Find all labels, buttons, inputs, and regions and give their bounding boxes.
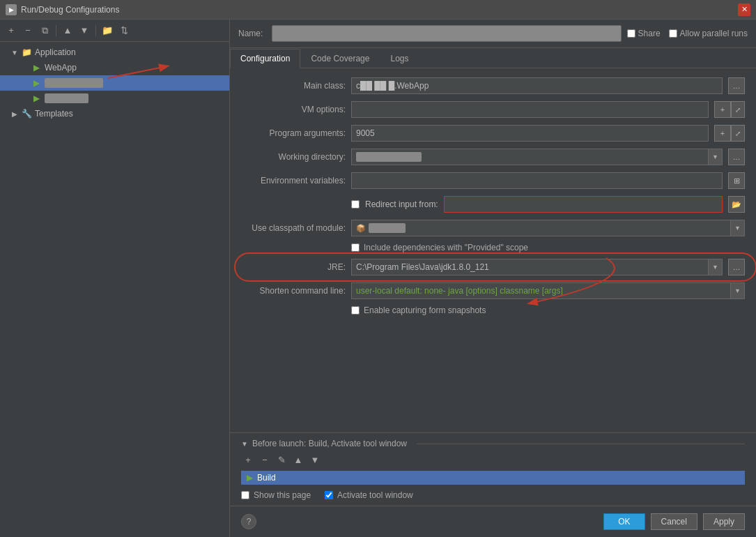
cancel-button[interactable]: Cancel [651,513,697,530]
ok-button[interactable]: OK [603,513,645,530]
shorten-command-row: Shorten command line: user-local default… [241,282,745,300]
name-input[interactable] [272,25,622,42]
left-panel: + − ⧉ ▲ ▼ 📁 ⇅ ▼ 📁 Application ▶ WebApp [0,20,230,537]
move-down-button[interactable]: ▼ [77,24,91,38]
program-args-expand-button[interactable]: ⤢ [731,125,745,142]
jre-label: JRE: [241,262,346,272]
classpath-label: Use classpath of module: [241,223,346,233]
vm-options-expand-button[interactable]: ⤢ [731,101,745,118]
working-dir-browse-button[interactable]: … [728,149,745,165]
main-class-label: Main class: [241,81,346,91]
classpath-select-wrapper: 📦 █████ ▼ [351,220,745,236]
spacer [21,95,28,102]
allow-parallel-checkbox[interactable] [669,29,677,38]
expand-arrow: ▼ [11,49,18,56]
env-vars-edit-button[interactable]: ⊞ [728,172,745,189]
copy-config-button[interactable]: ⧉ [38,24,52,38]
checkbox-group: Share Allow parallel runs [627,29,748,38]
classpath-module-display: 📦 █████ [351,220,731,236]
tree-item-application[interactable]: ▼ 📁 Application [0,45,229,60]
redirect-input-row: Redirect input from: 📂 [241,195,745,213]
right-panel: Name: Share Allow parallel runs Configur… [230,20,756,537]
move-up-button[interactable]: ▲ [61,24,75,38]
env-vars-input[interactable] [351,172,723,189]
activate-window-checkbox[interactable] [325,491,333,499]
tab-logs[interactable]: Logs [380,49,419,68]
show-this-page-checkbox[interactable] [241,491,249,499]
vm-options-label: VM options: [241,105,346,114]
classpath-dropdown-arrow[interactable]: ▼ [731,220,745,236]
apply-button[interactable]: Apply [703,513,745,530]
env-vars-row: Environment variables: ⊞ [241,172,745,190]
add-config-button[interactable]: + [4,24,18,38]
redirect-input-label: Redirect input from: [365,199,438,209]
jre-browse-button[interactable]: … [728,259,745,275]
bl-build-label: Build [257,473,276,483]
expand-arrow: ▶ [11,110,18,117]
env-vars-label: Environment variables: [241,176,346,186]
program-args-row: Program arguments: + ⤢ [241,124,745,142]
title-bar: ▶ Run/Debug Configurations ✕ [0,0,756,20]
classpath-module-row: Use classpath of module: 📦 █████ ▼ [241,219,745,237]
app-icon: ▶ [6,4,17,15]
sort-button[interactable]: ⇅ [117,24,131,38]
show-this-page-label: Show this page [241,490,311,500]
working-dir-dropdown-arrow[interactable]: ▼ [709,149,723,165]
tree-item-selected[interactable]: ▶ ████████ [0,75,229,91]
enable-capturing-checkbox[interactable] [351,306,360,315]
tree-item-other[interactable]: ▶ ██████ [0,91,229,106]
enable-capturing-label: Enable capturing form snapshots [364,305,486,315]
bl-build-item[interactable]: ▶ Build [241,471,745,485]
folder-button[interactable]: 📁 [100,24,114,38]
jre-row: JRE: ▼ … [241,258,745,276]
bl-remove-button[interactable]: − [258,453,272,467]
program-args-add-button[interactable]: + [714,125,731,142]
before-launch-options: Show this page Activate tool window [241,490,745,500]
jre-select-wrapper: ▼ [351,259,723,275]
jre-input[interactable] [351,259,709,275]
redirect-checkbox[interactable] [351,200,360,209]
tree-item-label: Templates [35,109,73,119]
run-icon: ▶ [31,62,42,73]
allow-parallel-label: Allow parallel runs [669,29,748,38]
toolbar-separator-2 [95,25,96,36]
jre-dropdown-arrow[interactable]: ▼ [709,259,723,275]
before-launch-title: Before launch: Build, Activate tool wind… [252,439,407,448]
help-button[interactable]: ? [241,514,256,529]
working-dir-label: Working directory: [241,152,346,162]
include-dependencies-checkbox[interactable] [351,243,360,252]
tab-configuration[interactable]: Configuration [230,49,300,68]
tree-item-label: WebApp [45,63,77,73]
tree-item-webapp[interactable]: ▶ WebApp [0,60,229,75]
share-checkbox[interactable] [627,29,635,38]
bl-down-button[interactable]: ▼ [308,453,322,467]
tree-item-label: Application [35,47,76,57]
tab-code-coverage[interactable]: Code Coverage [300,49,380,68]
bl-edit-button[interactable]: ✎ [275,453,288,467]
vm-options-add-button[interactable]: + [714,101,731,118]
tree-item-templates[interactable]: ▶ 🔧 Templates [0,106,229,121]
share-checkbox-label: Share [627,29,661,38]
shorten-select-wrapper: user-local default: none - java [options… [351,282,745,299]
main-class-browse-button[interactable]: … [728,77,745,94]
redirect-input-field[interactable] [444,196,723,213]
program-args-input[interactable] [351,125,709,142]
vm-options-input[interactable] [351,101,709,118]
bl-add-button[interactable]: + [241,453,255,467]
collapse-arrow-icon[interactable]: ▼ [241,440,248,448]
main-class-input[interactable] [351,77,723,94]
build-icon: ▶ [247,473,253,483]
redirect-browse-button[interactable]: 📂 [728,196,745,213]
run-icon: ▶ [31,77,42,89]
shorten-dropdown-arrow[interactable]: ▼ [731,282,745,299]
working-dir-wrapper: E:\██.██.██ ▼ [351,149,723,165]
program-args-label: Program arguments: [241,128,346,138]
bl-up-button[interactable]: ▲ [291,453,305,467]
close-button[interactable]: ✕ [738,3,750,16]
header-divider [417,444,745,444]
working-dir-display: E:\██.██.██ [351,149,709,165]
toolbar-separator [56,25,56,36]
remove-config-button[interactable]: − [21,24,35,38]
name-label: Name: [238,29,266,38]
shorten-command-display: user-local default: none - java [options… [351,282,731,299]
